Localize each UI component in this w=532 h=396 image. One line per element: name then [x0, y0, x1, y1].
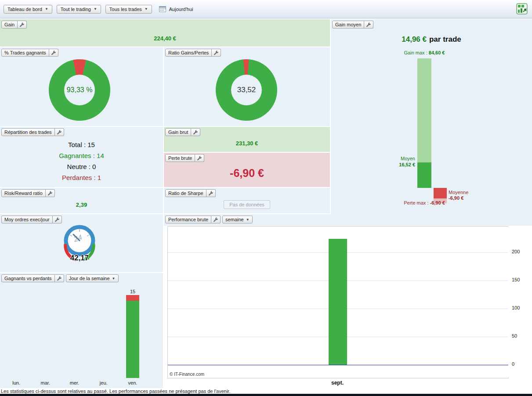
repartition-total: Total : 15	[0, 139, 163, 150]
trading-dashboard: Tableau de bord ▼ Tout le trading ▼ Tous…	[0, 0, 532, 396]
risk-reward-value: 2,39	[0, 202, 163, 208]
gain-moyen-bar-average	[417, 162, 431, 188]
performance-bar	[329, 239, 347, 365]
ratio-sharpe-panel: Ratio de Sharpe Pas de données	[164, 188, 330, 213]
moyenne-label-block: Moyenne -6,90 €	[449, 190, 488, 201]
performance-x-label: sept.	[320, 380, 355, 386]
weekday-label-mer: mer.	[60, 380, 89, 385]
weekday-label-jeu: jeu.	[89, 380, 118, 385]
moy-ordres-panel: Moy ordres exec/jour 24	[0, 214, 163, 272]
weekday-label-mar: mar.	[31, 380, 60, 385]
ytick-150: 150	[512, 277, 520, 282]
wrench-icon	[208, 191, 214, 196]
pct-trades-panel-button[interactable]: % Trades gagnants	[1, 49, 49, 57]
repartition-neutre: Neutre : 0	[0, 161, 163, 172]
gain-moyen-suffix: par trade	[429, 35, 461, 43]
chevron-down-icon: ▼	[45, 7, 48, 11]
risk-reward-settings-button[interactable]	[46, 189, 55, 197]
gain-brut-settings-button[interactable]	[191, 128, 200, 136]
gain-panel-button[interactable]: Gain	[1, 21, 18, 29]
pct-trades-value: 93,33 %	[49, 59, 110, 121]
gain-moyen-bar-positive	[417, 58, 431, 163]
performance-panel: Performance brute semaine ▼ © IT-Finance…	[164, 214, 532, 388]
performance-panel-button[interactable]: Performance brute	[165, 216, 211, 223]
gain-panel: Gain 224,40 €	[0, 19, 330, 47]
gain-max-line: Gain max : 84,60 €	[331, 50, 518, 55]
date-label: Aujourd'hui	[169, 7, 193, 12]
moy-ordres-value: 42,17	[60, 254, 99, 263]
trading-scope-label: Tout le trading	[61, 7, 91, 12]
wrench-icon	[47, 191, 53, 196]
weekday-axis: lun. mar. mer. jeu. ven.	[2, 380, 147, 385]
gagnants-vs-perdants-panel-button[interactable]: Gagnants vs perdants	[1, 274, 55, 282]
moyen-label-block: Moyen 16,52 €	[379, 155, 415, 168]
gagnants-vs-perdants-settings-button[interactable]	[55, 274, 64, 282]
ytick-0: 0	[512, 361, 514, 367]
perte-max-value: -6,90 €	[430, 200, 445, 205]
repartition-gagnantes: Gagnantes : 14	[0, 150, 163, 161]
ratio-gains-pertes-value: 33,52	[216, 59, 277, 121]
date-selector[interactable]: Aujourd'hui	[159, 6, 193, 12]
pct-trades-panel: % Trades gagnants 93,33 %	[0, 47, 163, 126]
chevron-down-icon: ▼	[246, 218, 250, 222]
performance-period-dropdown[interactable]: semaine ▼	[222, 216, 253, 223]
weekday-bar-winners-segment	[126, 301, 139, 378]
repartition-panel-button[interactable]: Répartition des trades	[1, 128, 55, 136]
moy-ordres-settings-button[interactable]	[53, 216, 62, 223]
gain-moyen-panel-button[interactable]: Gain moyen	[332, 21, 364, 29]
gain-brut-panel: Gain brut 231,30 €	[164, 127, 330, 152]
weekday-label-ven: ven.	[118, 380, 147, 385]
performance-settings-button[interactable]	[211, 216, 221, 223]
disclaimer-text: Les statistiques ci-dessus sont relative…	[1, 389, 230, 394]
weekday-period-dropdown[interactable]: Jour de la semaine ▼	[66, 274, 119, 282]
zero-line	[168, 365, 508, 365]
ratio-sharpe-settings-button[interactable]	[206, 189, 216, 197]
repartition-panel: Répartition des trades Total : 15 Gagnan…	[0, 127, 163, 187]
wrench-icon	[193, 130, 198, 135]
gain-brut-panel-button[interactable]: Gain brut	[165, 128, 191, 136]
moy-ordres-panel-button[interactable]: Moy ordres exec/jour	[1, 216, 53, 223]
gain-moyen-panel: Gain moyen 14,96 €par trade Gain max : 8…	[331, 19, 532, 214]
gain-brut-value: 231,30 €	[164, 140, 330, 147]
ytick-100: 100	[512, 305, 520, 310]
wrench-icon	[51, 50, 56, 55]
dashboard-menu-button[interactable]: Tableau de bord ▼	[4, 5, 52, 14]
perte-brute-settings-button[interactable]	[195, 154, 204, 162]
trades-filter-button[interactable]: Tous les trades ▼	[105, 5, 152, 14]
wrench-icon	[19, 22, 25, 27]
repartition-stats: Total : 15 Gagnantes : 14 Neutre : 0 Per…	[0, 139, 163, 183]
ratio-gains-pertes-donut: 33,52	[216, 59, 277, 121]
calendar-icon	[159, 6, 166, 12]
app-icon[interactable]	[516, 3, 528, 16]
gain-value: 224,40 €	[0, 35, 330, 42]
no-data-label: Pas de données	[224, 200, 270, 209]
perte-brute-value: -6,90 €	[164, 167, 330, 180]
perte-brute-panel-button[interactable]: Perte brute	[165, 154, 195, 162]
gain-moyen-settings-button[interactable]	[364, 21, 373, 29]
wrench-icon	[54, 217, 60, 222]
ytick-200: 200	[512, 249, 520, 254]
repartition-perdantes: Perdantes : 1	[0, 172, 163, 183]
ratio-gains-pertes-panel: Ratio Gains/Pertes 33,52	[164, 47, 330, 126]
weekday-bar-ven: 15	[126, 289, 139, 378]
gain-max-value: 84,60 €	[429, 50, 445, 55]
moyen-value: 16,52 €	[399, 162, 415, 167]
trades-filter-label: Tous les trades	[109, 7, 142, 12]
bottom-bar	[0, 394, 532, 396]
weekday-bar-total: 15	[126, 289, 139, 294]
ytick-50: 50	[512, 333, 517, 338]
pct-trades-settings-button[interactable]	[49, 49, 58, 57]
perte-max-line: Perte max : -6,90 €	[331, 200, 518, 205]
weekday-bar-losers-segment	[126, 295, 139, 301]
wrench-icon	[197, 155, 202, 161]
ratio-gains-pertes-settings-button[interactable]	[212, 49, 221, 57]
ratio-sharpe-panel-button[interactable]: Ratio de Sharpe	[165, 189, 206, 197]
repartition-settings-button[interactable]	[55, 128, 64, 136]
perte-brute-panel: Perte brute -6,90 €	[164, 153, 330, 187]
risk-reward-panel-button[interactable]: Risk/Reward ratio	[1, 189, 46, 197]
pct-trades-donut: 93,33 %	[49, 59, 110, 121]
trading-scope-button[interactable]: Tout le trading ▼	[57, 5, 101, 14]
chevron-down-icon: ▼	[94, 7, 97, 11]
gain-settings-button[interactable]	[18, 21, 27, 29]
ratio-gains-pertes-panel-button[interactable]: Ratio Gains/Pertes	[165, 49, 212, 57]
